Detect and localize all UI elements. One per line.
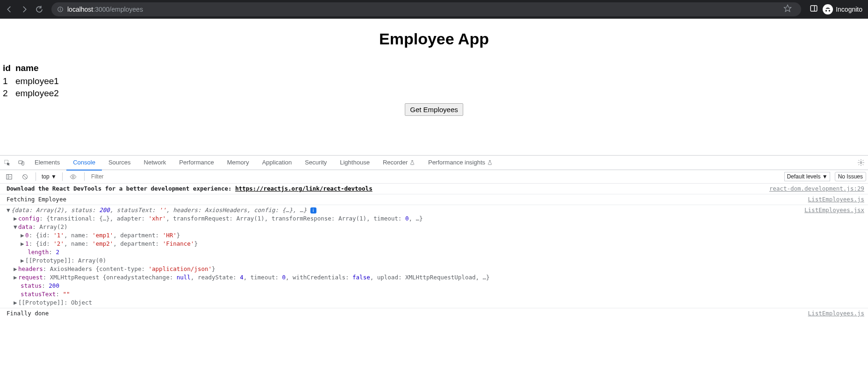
eye-icon: [70, 173, 77, 180]
devtools-tab-sources[interactable]: Sources: [102, 156, 137, 170]
incognito-icon: [823, 4, 833, 14]
device-toggle-button[interactable]: [14, 156, 28, 170]
device-icon: [18, 159, 25, 166]
svg-point-9: [860, 162, 862, 164]
info-badge-icon: i: [310, 207, 316, 213]
source-link[interactable]: ListEmployees.jsx: [804, 206, 868, 214]
col-header-id: id: [3, 61, 15, 75]
devtools-tab-network[interactable]: Network: [137, 156, 173, 170]
devtools-tab-performance[interactable]: Performance: [172, 156, 220, 170]
log-line[interactable]: Download the React DevTools for a better…: [0, 184, 868, 194]
react-devtools-link[interactable]: https://reactjs.org/link/react-devtools: [235, 185, 373, 192]
devtools-settings-button[interactable]: [854, 159, 868, 166]
devtools-tab-application[interactable]: Application: [256, 156, 299, 170]
console-toolbar: top ▼ Default levels ▼ No Issues: [0, 170, 868, 184]
svg-point-14: [72, 176, 74, 178]
sidebar-icon: [6, 173, 13, 180]
info-icon: [57, 6, 64, 13]
clear-console-button[interactable]: [18, 170, 32, 184]
back-button[interactable]: [3, 3, 16, 16]
clear-icon: [22, 173, 29, 180]
source-link[interactable]: ListEmployees.js: [808, 195, 868, 204]
panel-icon: [810, 4, 818, 13]
svg-rect-10: [6, 174, 11, 179]
reload-button[interactable]: [33, 3, 46, 16]
arrow-right-icon: [20, 5, 29, 14]
svg-point-2: [60, 8, 60, 8]
log-line[interactable]: Fetching Employee ListEmployees.js: [0, 194, 868, 205]
log-line[interactable]: Finally done ListEmployees.js: [0, 308, 868, 319]
gear-icon: [857, 159, 865, 166]
employees-table: id name 1 employee1 2 employee2: [3, 61, 64, 100]
svg-line-13: [23, 175, 27, 178]
col-header-name: name: [15, 61, 64, 75]
toggle-sidebar-button[interactable]: [2, 170, 16, 184]
page-content: Employee App id name 1 employee1 2 emplo…: [0, 30, 868, 116]
source-link[interactable]: ListEmployees.js: [808, 309, 868, 318]
incognito-label: Incognito: [836, 6, 862, 13]
devtools-panel: ElementsConsoleSourcesNetworkPerformance…: [0, 155, 868, 319]
devtools-tab-lighthouse[interactable]: Lighthouse: [333, 156, 376, 170]
cell-name: employee1: [15, 75, 64, 87]
url-text: localhost:3000/employees: [67, 6, 143, 13]
devtools-tab-console[interactable]: Console: [66, 156, 102, 171]
cell-id: 2: [3, 87, 15, 100]
browser-toolbar: localhost:3000/employees Incognito: [0, 0, 868, 19]
source-link[interactable]: react-dom.development.js:29: [769, 185, 868, 193]
bookmark-button[interactable]: [783, 4, 796, 14]
svg-marker-3: [784, 5, 791, 12]
side-panel-button[interactable]: [810, 4, 818, 14]
table-row: 1 employee1: [3, 75, 64, 87]
svg-rect-8: [22, 162, 23, 165]
devtools-tab-elements[interactable]: Elements: [28, 156, 66, 170]
get-employees-button[interactable]: Get Employees: [405, 103, 463, 116]
devtools-tab-recorder[interactable]: Recorder: [376, 156, 422, 170]
flask-icon: [409, 156, 415, 170]
devtools-tab-security[interactable]: Security: [298, 156, 333, 170]
devtools-tab-memory[interactable]: Memory: [221, 156, 256, 170]
console-filter-input[interactable]: [88, 171, 782, 182]
svg-rect-4: [811, 6, 817, 11]
inspect-icon: [4, 159, 11, 166]
table-row: 2 employee2: [3, 87, 64, 100]
arrow-left-icon: [5, 5, 14, 14]
star-icon: [783, 4, 792, 13]
console-log: Download the React DevTools for a better…: [0, 184, 868, 319]
cell-name: employee2: [15, 87, 64, 100]
live-expression-button[interactable]: [66, 170, 80, 184]
devtools-tabbar: ElementsConsoleSourcesNetworkPerformance…: [0, 156, 868, 170]
context-selector[interactable]: top ▼: [40, 172, 58, 181]
incognito-indicator[interactable]: Incognito: [823, 4, 862, 14]
flask-icon: [487, 156, 493, 170]
forward-button[interactable]: [18, 3, 31, 16]
address-bar[interactable]: localhost:3000/employees: [51, 2, 801, 16]
reload-icon: [35, 5, 43, 14]
issues-indicator[interactable]: No Issues: [835, 172, 866, 181]
inspect-element-button[interactable]: [0, 156, 14, 170]
page-title: Employee App: [0, 30, 868, 48]
cell-id: 1: [3, 75, 15, 87]
devtools-tab-performance-insights[interactable]: Performance insights: [422, 156, 499, 170]
log-object[interactable]: ListEmployees.jsx ▼{data: Array(2), stat…: [0, 205, 868, 308]
log-levels-selector[interactable]: Default levels ▼: [784, 172, 830, 181]
